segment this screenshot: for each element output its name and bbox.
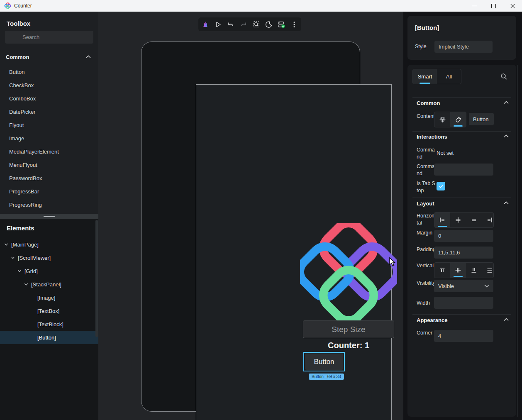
content-input[interactable] [469, 113, 494, 125]
gem-icon [439, 116, 446, 123]
padding-label: Padding [417, 246, 436, 253]
chevron-down-icon [484, 284, 489, 288]
elements-scrollbar[interactable] [95, 220, 98, 337]
toolbox-title: Toolbox [7, 20, 30, 27]
style-label: Style [415, 43, 427, 50]
toolbox-item-datepicker[interactable]: DatePicker [0, 105, 98, 119]
selected-element-title: [Button] [415, 24, 439, 31]
selected-element-card: [Button] Style [407, 16, 516, 60]
toolbox-item-flyout[interactable]: Flyout [0, 119, 98, 132]
toolbox-item-progressring[interactable]: ProgressRing [0, 198, 98, 212]
command-label: Command [417, 147, 436, 161]
is-tab-stop-checkbox[interactable] [437, 182, 445, 190]
validate-form-icon[interactable] [276, 19, 287, 30]
toolbox-item-button[interactable]: Button [0, 66, 98, 79]
width-input[interactable] [434, 297, 493, 309]
style-input[interactable] [434, 41, 493, 53]
chevron-down-icon[interactable] [17, 269, 22, 273]
visibility-select[interactable]: Visible [434, 280, 493, 292]
valign-stretch-button[interactable] [482, 263, 494, 278]
valign-bottom-button[interactable] [466, 263, 482, 278]
play-icon[interactable] [213, 19, 224, 30]
panel-splitter[interactable] [0, 214, 98, 219]
inspector-scrollbar-track[interactable] [517, 65, 518, 417]
redo-icon[interactable] [238, 19, 249, 30]
chevron-down-icon[interactable] [24, 282, 28, 286]
tag-icon [455, 116, 462, 123]
toolbox-item-image[interactable]: Image [0, 132, 98, 145]
chevron-up-icon[interactable] [504, 134, 509, 138]
canvas-button[interactable]: Button [305, 354, 343, 370]
halign-right-button[interactable] [482, 212, 494, 227]
zoom-to-selection-icon[interactable] [251, 19, 261, 30]
app-screen[interactable]: Step Size Counter: 1 Button Button - 69 … [196, 84, 392, 420]
tree-item-mainpage[interactable]: [MainPage] [0, 238, 98, 251]
valign-center-button[interactable] [450, 263, 466, 278]
command-parameter-input[interactable] [434, 164, 493, 176]
hot-design-flame-icon[interactable] [200, 19, 211, 30]
tree-item-image[interactable]: [Image] [0, 291, 98, 304]
theme-moon-icon[interactable] [263, 19, 274, 30]
design-canvas[interactable]: Step Size Counter: 1 Button Button - 69 … [98, 12, 403, 420]
search-icon[interactable] [500, 73, 507, 80]
section-interactions: Interactions [417, 134, 447, 140]
toolbox-item-passwordbox[interactable]: PasswordBox [0, 172, 98, 185]
tab-all[interactable]: All [437, 69, 461, 84]
padding-input[interactable] [434, 247, 493, 259]
margin-input[interactable] [434, 230, 493, 242]
command-parameter-label: Command [417, 163, 436, 177]
chevron-down-icon[interactable] [4, 242, 8, 247]
margin-label: Margin [417, 230, 436, 237]
close-button[interactable] [503, 0, 522, 12]
visibility-label: Visibility [417, 280, 436, 287]
toolbox-item-combobox[interactable]: ComboBox [0, 92, 98, 105]
content-literal-mode[interactable] [450, 112, 466, 127]
tree-item-scrollviewer[interactable]: [ScrollViewer] [0, 251, 98, 264]
properties-card: Smart All Common Content [407, 65, 516, 417]
halign-stretch-button[interactable] [466, 212, 482, 227]
chevron-down-icon[interactable] [11, 256, 15, 260]
align-stretch-horizontal-icon [471, 217, 477, 223]
vertical-alignment-group [434, 262, 494, 278]
halign-center-button[interactable] [450, 212, 466, 227]
elements-tree: [MainPage] [ScrollViewer] [Grid] [StackP… [0, 238, 98, 344]
elements-panel: Elements [MainPage] [ScrollViewer] [Grid… [0, 219, 98, 420]
horizontal-alignment-label: Horizontal [417, 212, 436, 227]
app-logo-icon [4, 2, 11, 9]
align-stretch-vertical-icon [486, 267, 493, 273]
valign-top-button[interactable] [434, 263, 450, 278]
toolbox-item-checkbox[interactable]: CheckBox [0, 79, 98, 92]
chevron-up-icon[interactable] [504, 101, 509, 104]
tree-item-textblock[interactable]: [TextBlock] [0, 317, 98, 331]
tree-item-textbox[interactable]: [TextBox] [0, 304, 98, 317]
toolbox-search-input[interactable] [5, 31, 93, 44]
vertical-alignment-label: Vertical [417, 262, 436, 269]
toolbox-section-common[interactable]: Common [0, 51, 98, 63]
tab-active-underline [420, 83, 430, 84]
tree-item-button-selected[interactable]: [Button] [0, 331, 98, 344]
corner-radius-input[interactable] [434, 330, 493, 342]
toolbox-item-mediaplayerelement[interactable]: MediaPlayerElement [0, 145, 98, 159]
tab-smart[interactable]: Smart [413, 69, 437, 84]
chevron-up-icon[interactable] [504, 201, 509, 205]
tree-item-grid[interactable]: [Grid] [0, 264, 98, 278]
toolbox-item-menuflyout[interactable]: MenuFlyout [0, 159, 98, 172]
maximize-button[interactable] [484, 0, 503, 12]
step-size-textbox[interactable]: Step Size [303, 320, 394, 338]
content-binding-mode[interactable] [434, 112, 450, 127]
more-options-icon[interactable] [289, 19, 300, 30]
align-center-horizontal-icon [455, 217, 461, 223]
tree-item-stackpanel[interactable]: [StackPanel] [0, 278, 98, 291]
app-logo-image[interactable] [300, 223, 397, 320]
counter-textblock[interactable]: Counter: 1 [303, 341, 394, 350]
mouse-cursor [388, 257, 397, 267]
splitter-handle[interactable] [44, 216, 55, 217]
chevron-up-icon[interactable] [504, 318, 509, 321]
window-title: Counter [14, 3, 32, 9]
minimize-button[interactable] [465, 0, 484, 12]
toolbox-panel: Toolbox Common Button CheckBox ComboBox … [0, 12, 98, 214]
toolbox-item-progressbar[interactable]: ProgressBar [0, 185, 98, 198]
corner-radius-label: Corner [417, 330, 436, 337]
halign-left-button[interactable] [434, 212, 450, 227]
undo-icon[interactable] [225, 19, 236, 30]
